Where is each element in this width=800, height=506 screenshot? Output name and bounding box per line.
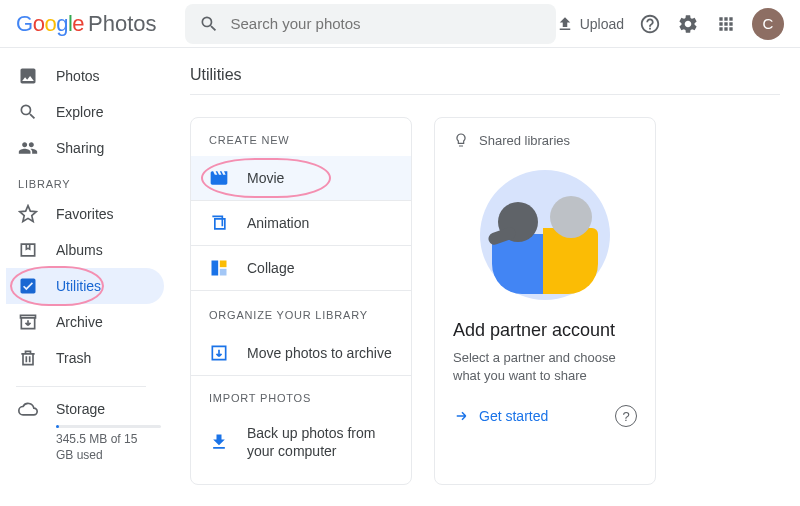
main-content: Utilities CREATE NEW Movie Animation Col… xyxy=(170,48,800,503)
google-wordmark: Google xyxy=(16,11,84,37)
organize-heading: ORGANIZE YOUR LIBRARY xyxy=(191,291,411,331)
sidebar-item-sharing[interactable]: Sharing xyxy=(6,130,164,166)
storage-bar xyxy=(56,425,161,428)
move-to-archive-row[interactable]: Move photos to archive xyxy=(191,331,411,376)
upload-button[interactable]: Upload xyxy=(556,15,624,33)
svg-rect-2 xyxy=(220,269,227,276)
upload-icon xyxy=(556,15,574,33)
row-label: Movie xyxy=(247,170,284,186)
archive-down-icon xyxy=(209,343,229,363)
partner-help-button[interactable]: ? xyxy=(615,405,637,427)
backup-row[interactable]: Back up photos from your computer xyxy=(191,414,411,470)
storage-used-text: 345.5 MB of 15 GB used xyxy=(56,432,152,463)
sidebar-item-albums[interactable]: Albums xyxy=(6,232,164,268)
partner-title: Add partner account xyxy=(453,320,637,341)
account-avatar[interactable]: C xyxy=(752,8,784,40)
sidebar-item-label: Trash xyxy=(56,350,91,366)
help-button[interactable] xyxy=(638,12,662,36)
settings-button[interactable] xyxy=(676,12,700,36)
cta-label: Get started xyxy=(479,408,548,424)
storage-block[interactable]: Storage 345.5 MB of 15 GB used xyxy=(6,393,164,469)
arrow-right-icon xyxy=(453,407,471,425)
people-icon xyxy=(18,138,38,158)
row-label: Back up photos from your computer xyxy=(247,424,393,460)
star-icon xyxy=(18,204,38,224)
svg-rect-1 xyxy=(220,261,227,268)
sidebar-item-label: Photos xyxy=(56,68,100,84)
create-movie-row[interactable]: Movie xyxy=(191,156,411,201)
download-icon xyxy=(209,432,229,452)
create-collage-row[interactable]: Collage xyxy=(191,246,411,291)
utilities-icon xyxy=(18,276,38,296)
search-icon xyxy=(18,102,38,122)
create-animation-row[interactable]: Animation xyxy=(191,201,411,246)
title-divider xyxy=(190,94,780,95)
partner-illustration xyxy=(480,170,610,300)
partner-hint: Shared libraries xyxy=(479,133,570,148)
utilities-card: CREATE NEW Movie Animation Collage ORGAN… xyxy=(190,117,412,485)
archive-icon xyxy=(18,312,38,332)
row-label: Collage xyxy=(247,260,294,276)
row-label: Animation xyxy=(247,215,309,231)
collage-icon xyxy=(209,258,229,278)
animation-icon xyxy=(209,213,229,233)
sidebar-item-label: Explore xyxy=(56,104,103,120)
storage-label: Storage xyxy=(56,401,105,417)
row-label: Move photos to archive xyxy=(247,345,392,361)
apps-button[interactable] xyxy=(714,12,738,36)
divider xyxy=(16,386,146,387)
avatar-letter: C xyxy=(763,15,774,32)
sidebar-item-label: Utilities xyxy=(56,278,101,294)
header-bar: Google Photos Upload C xyxy=(0,0,800,48)
sidebar-section-label: LIBRARY xyxy=(6,166,164,196)
search-box[interactable] xyxy=(185,4,556,44)
bulb-icon xyxy=(453,132,469,148)
partner-card: Shared libraries Add partner account Sel… xyxy=(434,117,656,485)
sidebar-item-photos[interactable]: Photos xyxy=(6,58,164,94)
get-started-link[interactable]: Get started xyxy=(453,407,548,425)
search-icon xyxy=(199,14,219,34)
svg-rect-0 xyxy=(212,261,219,276)
sidebar-item-favorites[interactable]: Favorites xyxy=(6,196,164,232)
trash-icon xyxy=(18,348,38,368)
google-photos-logo[interactable]: Google Photos xyxy=(16,11,157,37)
photo-icon xyxy=(18,66,38,86)
import-heading: IMPORT PHOTOS xyxy=(191,376,411,414)
page-title: Utilities xyxy=(190,66,780,84)
create-new-heading: CREATE NEW xyxy=(191,130,411,156)
sidebar-item-trash[interactable]: Trash xyxy=(6,340,164,376)
search-input[interactable] xyxy=(231,15,542,32)
cloud-icon xyxy=(18,399,38,419)
sidebar-item-archive[interactable]: Archive xyxy=(6,304,164,340)
partner-desc: Select a partner and choose what you wan… xyxy=(453,349,637,385)
sidebar-item-utilities[interactable]: Utilities xyxy=(6,268,164,304)
sidebar-item-label: Albums xyxy=(56,242,103,258)
movie-icon xyxy=(209,168,229,188)
sidebar-item-label: Archive xyxy=(56,314,103,330)
sidebar-item-label: Favorites xyxy=(56,206,114,222)
photos-sublabel: Photos xyxy=(88,11,157,37)
album-icon xyxy=(18,240,38,260)
sidebar-item-label: Sharing xyxy=(56,140,104,156)
sidebar: Photos Explore Sharing LIBRARY Favorites… xyxy=(0,48,170,503)
upload-label: Upload xyxy=(580,16,624,32)
sidebar-item-explore[interactable]: Explore xyxy=(6,94,164,130)
